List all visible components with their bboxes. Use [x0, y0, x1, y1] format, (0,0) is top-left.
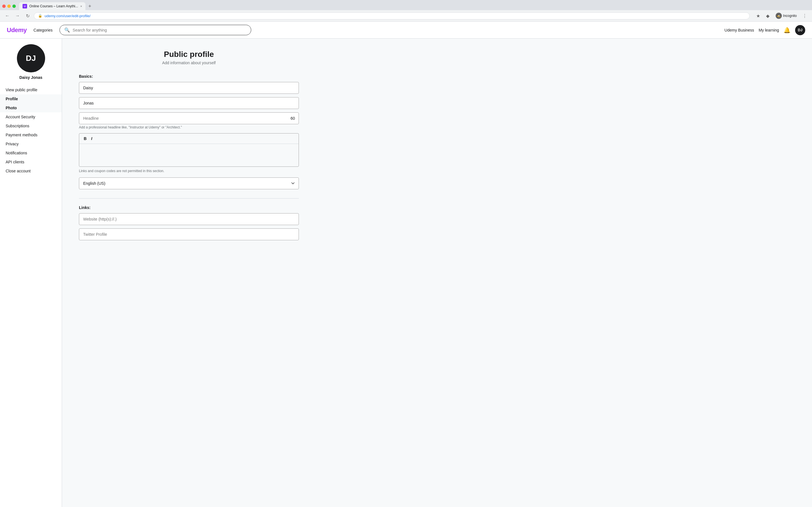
extensions-button[interactable]: ◆	[764, 12, 772, 20]
udemy-logo[interactable]: Udemy	[7, 26, 27, 34]
page-title: Public profile	[79, 50, 299, 59]
new-tab-button[interactable]: +	[87, 3, 93, 9]
sidebar-item-profile[interactable]: Profile	[0, 94, 62, 103]
search-input[interactable]	[73, 28, 246, 33]
tab-favicon: U	[22, 4, 27, 8]
sidebar-item-close-account[interactable]: Close account	[0, 166, 62, 175]
search-icon: 🔍	[64, 27, 70, 33]
rich-text-editor[interactable]: B I	[79, 133, 299, 167]
rich-text-hint: Links and coupon codes are not permitted…	[79, 169, 299, 173]
my-learning-link[interactable]: My learning	[759, 28, 779, 33]
rich-text-toolbar: B I	[79, 133, 299, 144]
italic-button[interactable]: I	[89, 136, 94, 142]
address-text: udemy.com/user/edit-profile/	[45, 14, 91, 18]
sidebar-item-notifications[interactable]: Notifications	[0, 149, 62, 158]
sidebar-user-section: DJ Daisy Jonas	[0, 44, 62, 86]
window-controls	[2, 4, 16, 8]
minimize-dot[interactable]	[7, 4, 11, 8]
user-avatar[interactable]: DJ	[795, 25, 805, 35]
incognito-label: Incognito	[783, 14, 797, 18]
active-tab[interactable]: U Online Courses – Learn Anythi... ×	[19, 2, 86, 10]
notifications-button[interactable]: 🔔	[783, 27, 791, 34]
sidebar-avatar: DJ	[17, 44, 45, 72]
headline-hint: Add a professional headline like, "Instr…	[79, 125, 299, 129]
last-name-input[interactable]	[79, 97, 299, 109]
sidebar-user-name: Daisy Jonas	[19, 75, 43, 80]
sidebar-item-photo[interactable]: Photo	[0, 103, 62, 112]
page-content: DJ Daisy Jonas View public profile Profi…	[0, 39, 812, 507]
tab-close-button[interactable]: ×	[80, 4, 82, 8]
rich-text-body[interactable]	[79, 144, 299, 166]
categories-button[interactable]: Categories	[31, 27, 55, 34]
sidebar-item-payment-methods[interactable]: Payment methods	[0, 130, 62, 139]
menu-button[interactable]: ⋮	[801, 12, 809, 20]
reload-button[interactable]: ↻	[24, 12, 32, 20]
sidebar-item-subscriptions[interactable]: Subscriptions	[0, 121, 62, 130]
browser-nav-bar: ← → ↻ 🔒 udemy.com/user/edit-profile/ ★ ◆…	[0, 10, 812, 21]
maximize-dot[interactable]	[12, 4, 16, 8]
headline-counter: 60	[290, 116, 295, 121]
browser-actions: ★ ◆ 🕵 Incognito ⋮	[754, 12, 809, 20]
back-button[interactable]: ←	[3, 12, 11, 20]
udemy-header: Udemy Categories 🔍 Udemy Business My lea…	[0, 22, 812, 39]
website-input[interactable]	[79, 213, 299, 225]
headline-input[interactable]	[79, 112, 299, 124]
first-name-input[interactable]	[79, 82, 299, 94]
browser-chrome: U Online Courses – Learn Anythi... × + ←…	[0, 0, 812, 22]
incognito-button[interactable]: 🕵 Incognito	[773, 12, 799, 19]
twitter-input[interactable]	[79, 228, 299, 240]
tab-title: Online Courses – Learn Anythi...	[29, 4, 78, 8]
main-content: Public profile Add information about you…	[62, 39, 316, 507]
udemy-business-link[interactable]: Udemy Business	[725, 28, 754, 33]
sidebar-item-privacy[interactable]: Privacy	[0, 139, 62, 149]
sidebar: DJ Daisy Jonas View public profile Profi…	[0, 39, 62, 507]
bookmark-button[interactable]: ★	[754, 12, 762, 20]
section-divider	[79, 198, 299, 199]
forward-button[interactable]: →	[13, 12, 21, 20]
headline-wrapper: 60	[79, 112, 299, 124]
sidebar-item-api-clients[interactable]: API clients	[0, 158, 62, 166]
links-label: Links:	[79, 205, 299, 210]
lock-icon: 🔒	[38, 14, 42, 18]
header-actions: Udemy Business My learning 🔔 DJ	[725, 25, 805, 35]
bold-button[interactable]: B	[82, 136, 88, 142]
sidebar-item-account-security[interactable]: Account Security	[0, 112, 62, 121]
basics-label: Basics:	[79, 74, 299, 78]
tab-bar: U Online Courses – Learn Anythi... × +	[0, 0, 812, 10]
close-dot[interactable]	[2, 4, 6, 8]
address-bar[interactable]: 🔒 udemy.com/user/edit-profile/	[34, 12, 750, 19]
logo-text: Udemy	[7, 26, 27, 34]
incognito-icon: 🕵	[776, 13, 782, 19]
sidebar-view-public-profile[interactable]: View public profile	[0, 86, 62, 94]
page-subtitle: Add information about yourself	[79, 61, 299, 65]
search-bar[interactable]: 🔍	[59, 25, 251, 35]
language-select[interactable]: English (US) Spanish French German Portu…	[79, 177, 299, 189]
